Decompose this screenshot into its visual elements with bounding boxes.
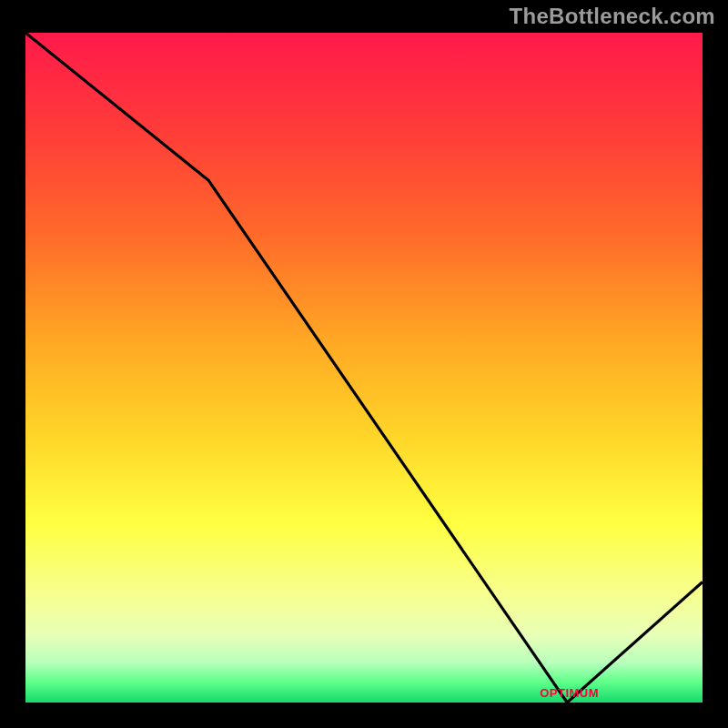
chart-line-layer <box>25 33 703 703</box>
bottleneck-curve <box>25 33 703 703</box>
optimum-annotation: OPTIMUM <box>540 686 599 700</box>
attribution-label: TheBottleneck.com <box>510 4 715 29</box>
chart-container: TheBottleneck.com OPTIMUM <box>0 0 728 728</box>
